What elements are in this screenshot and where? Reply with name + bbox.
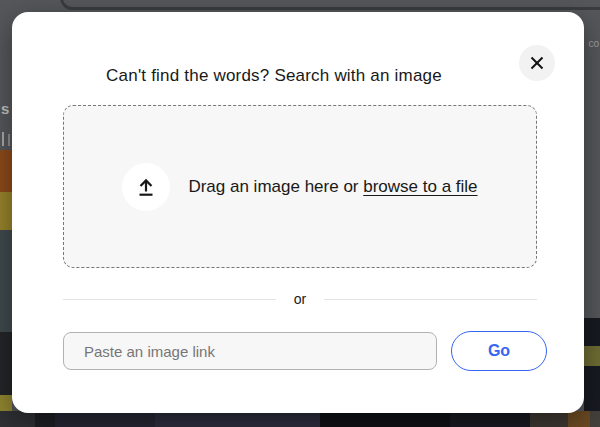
dimmed-thumbnail bbox=[0, 192, 12, 230]
go-button[interactable]: Go bbox=[451, 331, 547, 371]
dimmed-thumbnail bbox=[0, 332, 12, 395]
dimmed-right-text: co bbox=[588, 38, 599, 49]
image-link-row: Go bbox=[63, 331, 547, 371]
dimmed-thumbnail bbox=[0, 150, 12, 192]
image-search-overlay: s co Can't find the words? Search with a… bbox=[0, 0, 600, 427]
or-label: or bbox=[294, 291, 306, 307]
or-divider: or bbox=[63, 291, 537, 307]
dimmed-left-text: s bbox=[1, 100, 9, 117]
dimmed-thumbnail bbox=[0, 230, 12, 332]
dimmed-left-mark bbox=[8, 134, 10, 146]
close-icon bbox=[529, 55, 545, 71]
dimmed-search-bar bbox=[60, 0, 600, 10]
divider-line bbox=[324, 299, 537, 300]
dimmed-thumbnail-row bbox=[0, 411, 600, 427]
image-dropzone[interactable]: Drag an image here or browse to a file bbox=[63, 105, 537, 268]
browse-file-link[interactable]: browse to a file bbox=[363, 177, 477, 196]
divider-line bbox=[63, 299, 276, 300]
upload-circle bbox=[122, 163, 170, 211]
upload-icon bbox=[134, 175, 158, 199]
search-with-image-dialog: Can't find the words? Search with an ima… bbox=[12, 12, 584, 413]
dimmed-thumbnail bbox=[584, 346, 600, 366]
dropzone-text-prefix: Drag an image here or bbox=[188, 177, 363, 196]
dialog-title: Can't find the words? Search with an ima… bbox=[12, 66, 536, 86]
close-button[interactable] bbox=[519, 45, 555, 81]
dimmed-left-mark bbox=[2, 132, 4, 146]
dropzone-text: Drag an image here or browse to a file bbox=[188, 177, 477, 197]
image-link-input[interactable] bbox=[63, 332, 437, 370]
